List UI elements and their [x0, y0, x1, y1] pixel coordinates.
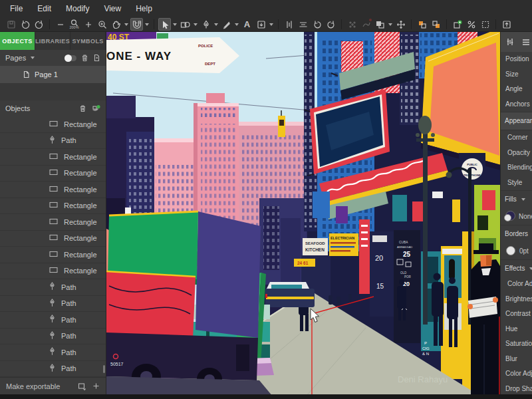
- freehand-icon[interactable]: [360, 18, 372, 31]
- transform-tool[interactable]: [394, 18, 407, 31]
- inspector-group-fills[interactable]: Fills: [501, 190, 532, 207]
- align-vertical-icon[interactable]: [297, 18, 309, 31]
- marquee-icon[interactable]: [479, 18, 491, 31]
- zoom-in-tool[interactable]: [96, 18, 108, 31]
- delete-page-icon[interactable]: [81, 54, 88, 62]
- inspector-row-blending[interactable]: Blending: [501, 160, 532, 176]
- add-page-icon[interactable]: [93, 54, 100, 62]
- boolean-caret[interactable]: [388, 23, 392, 26]
- inspector-group-effects[interactable]: Effects: [501, 259, 532, 277]
- border-swatch-icon[interactable]: [506, 246, 515, 255]
- zoom-in-button[interactable]: [82, 18, 94, 31]
- swatch-row-none[interactable]: None: [501, 207, 532, 225]
- make-exportable-bar[interactable]: Make exportable: [0, 377, 106, 394]
- pen-tool[interactable]: [200, 18, 212, 31]
- make-exportable-icon[interactable]: [78, 382, 86, 390]
- canvas-viewport[interactable]: PUBLIC TELEPHONE SEAFOOD KITCHEN ELECTRI…: [106, 32, 500, 394]
- object-row-rectangle[interactable]: Rectangle: [0, 231, 106, 247]
- inspector-row-position[interactable]: Position: [501, 52, 532, 67]
- bring-forward-icon[interactable]: [416, 18, 428, 31]
- object-row-path[interactable]: Path: [0, 312, 106, 329]
- objects-scrollbar[interactable]: [103, 365, 105, 373]
- inspector-row-brightness[interactable]: Brightness: [501, 292, 532, 307]
- add-export-icon[interactable]: [92, 382, 100, 390]
- car[interactable]: [265, 282, 315, 307]
- object-row-rectangle[interactable]: Rectangle: [0, 149, 106, 166]
- place-image-tool[interactable]: [255, 18, 267, 31]
- group-caret-icon[interactable]: [529, 267, 532, 270]
- snap-grid-icon[interactable]: [346, 18, 358, 31]
- inspector-row-color-adjust[interactable]: Color Adjust: [501, 366, 532, 382]
- menu-help[interactable]: Help: [128, 0, 160, 17]
- inspector-row-drop-shadow[interactable]: Drop Shadow: [501, 382, 532, 395]
- color-swatch-icon[interactable]: [504, 211, 515, 221]
- group-caret-icon[interactable]: [521, 198, 525, 201]
- shape-tool[interactable]: [179, 18, 192, 31]
- object-row-path[interactable]: Path: [0, 361, 106, 378]
- pointer-tool[interactable]: [158, 18, 171, 31]
- inspector-row-color-adjust[interactable]: Color Adjust: [501, 277, 532, 292]
- tab-libraries[interactable]: LIBRARIES: [35, 32, 70, 50]
- tab-symbols[interactable]: SYMBOLS: [70, 32, 106, 50]
- inspector-row-saturation[interactable]: Saturation: [501, 336, 532, 352]
- page-item[interactable]: Page 1: [0, 66, 106, 83]
- inspector-row-size[interactable]: Size: [501, 67, 532, 82]
- inspector-icon[interactable]: [505, 37, 515, 47]
- object-row-path[interactable]: Path: [0, 279, 106, 296]
- pages-caret-icon[interactable]: [31, 57, 35, 59]
- object-row-path[interactable]: Path: [0, 133, 106, 150]
- place-image-caret[interactable]: [269, 23, 273, 26]
- boolean-union-tool[interactable]: [374, 18, 386, 31]
- inspector-row-style[interactable]: Style: [501, 176, 532, 191]
- rotate-ccw-icon[interactable]: [311, 18, 323, 31]
- object-row-rectangle[interactable]: Rectangle: [0, 214, 106, 231]
- snap-magnet-tool[interactable]: [130, 18, 143, 31]
- object-row-rectangle[interactable]: Rectangle: [0, 166, 106, 182]
- object-row-rectangle[interactable]: Rectangle: [0, 182, 106, 198]
- object-row-path[interactable]: Path: [0, 296, 106, 313]
- pages-toggle[interactable]: [65, 55, 76, 61]
- inspector-group-borders[interactable]: Borders: [501, 225, 532, 242]
- delete-object-icon[interactable]: [79, 104, 86, 112]
- tab-objects[interactable]: OBJECTS: [0, 32, 35, 50]
- inspector-row-blur[interactable]: Blur: [501, 352, 532, 367]
- zoom-out-button[interactable]: [54, 18, 66, 31]
- frame-tool[interactable]: [500, 18, 513, 31]
- menu-view[interactable]: View: [96, 0, 128, 17]
- send-backward-icon[interactable]: [430, 18, 442, 31]
- snap-tool-caret[interactable]: [145, 23, 149, 26]
- align-horizontal-icon[interactable]: [283, 18, 295, 31]
- chalkboard[interactable]: CUBA AMBASSAD 25 OLD POR 20: [394, 230, 420, 343]
- inspector-row-corner[interactable]: Corner: [501, 130, 532, 146]
- knife-tool[interactable]: [220, 18, 233, 31]
- rotate-cw-icon[interactable]: [325, 18, 337, 31]
- zoom-tool[interactable]: 200%: [68, 17, 80, 32]
- undo-icon[interactable]: [19, 18, 31, 31]
- canvas-artwork[interactable]: PUBLIC TELEPHONE SEAFOOD KITCHEN ELECTRI…: [106, 32, 500, 394]
- inspector-row-anchors[interactable]: Anchors: [501, 97, 532, 112]
- menu-file[interactable]: File: [3, 0, 30, 17]
- swatch-row-0pt[interactable]: 0pt: [501, 242, 532, 259]
- object-row-rectangle[interactable]: Rectangle: [0, 247, 106, 263]
- hand-tool[interactable]: [110, 18, 122, 31]
- menu-edit[interactable]: Edit: [30, 0, 59, 17]
- math-percent-icon[interactable]: [465, 18, 477, 31]
- redo-icon[interactable]: [33, 18, 45, 31]
- knife-tool-caret[interactable]: [235, 23, 239, 26]
- object-row-path[interactable]: Path: [0, 344, 106, 361]
- properties-menu-icon[interactable]: [521, 38, 531, 46]
- object-row-path[interactable]: Path: [0, 329, 106, 345]
- pen-tool-caret[interactable]: [214, 23, 218, 26]
- shape-tool-caret[interactable]: [194, 23, 198, 26]
- save-icon[interactable]: [5, 18, 17, 31]
- inspector-row-angle[interactable]: Angle: [501, 82, 532, 97]
- menu-modify[interactable]: Modify: [59, 0, 96, 17]
- pointer-tool-caret[interactable]: [173, 23, 177, 26]
- inspector-row-contrast[interactable]: Contrast: [501, 307, 532, 322]
- hand-tool-caret[interactable]: [124, 23, 128, 26]
- text-tool[interactable]: A: [241, 18, 253, 31]
- inspector-row-opacity[interactable]: Opacity: [501, 146, 532, 161]
- export-selection-icon[interactable]: [451, 18, 464, 31]
- object-row-rectangle[interactable]: Rectangle: [0, 198, 106, 215]
- object-row-rectangle[interactable]: Rectangle: [0, 116, 106, 133]
